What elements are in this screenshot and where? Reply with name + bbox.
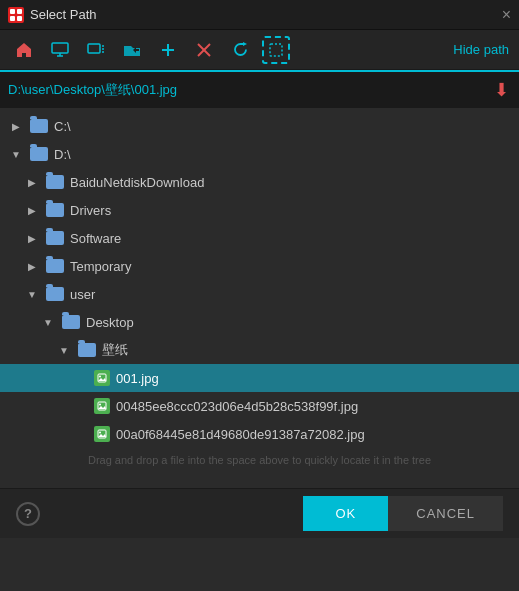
drag-hint: Drag and drop a file into the space abov…	[0, 448, 519, 470]
chevron-icon	[24, 230, 40, 246]
item-label: C:\	[54, 119, 71, 134]
item-label: Desktop	[86, 315, 134, 330]
chevron-icon	[24, 202, 40, 218]
tree-item-d-drive[interactable]: D:\	[0, 140, 519, 168]
path-bar: ⬇	[0, 70, 519, 108]
svg-rect-4	[52, 43, 68, 53]
chevron-icon	[24, 174, 40, 190]
svg-rect-1	[17, 9, 22, 14]
folder-icon	[30, 147, 48, 161]
folder-icon	[30, 119, 48, 133]
item-label: user	[70, 287, 95, 302]
tree-item-c-drive[interactable]: C:\	[0, 112, 519, 140]
chevron-icon	[8, 118, 24, 134]
svg-rect-15	[270, 44, 282, 56]
delete-button[interactable]	[190, 36, 218, 64]
window-title: Select Path	[30, 7, 97, 22]
folder-icon	[78, 343, 96, 357]
tree-item-software[interactable]: Software	[0, 224, 519, 252]
chevron-icon	[72, 426, 88, 442]
svg-rect-2	[10, 16, 15, 21]
cancel-button[interactable]: CANCEL	[388, 496, 503, 531]
title-bar: Select Path ×	[0, 0, 519, 30]
tree-item-file003[interactable]: 00a0f68445e81d49680de91387a72082.jpg	[0, 420, 519, 448]
ok-button[interactable]: OK	[303, 496, 388, 531]
app-icon	[8, 7, 24, 23]
select-region-button[interactable]	[262, 36, 290, 64]
title-bar-left: Select Path	[8, 7, 97, 23]
help-icon: ?	[24, 506, 32, 521]
computer-button[interactable]	[46, 36, 74, 64]
help-button[interactable]: ?	[16, 502, 40, 526]
item-label: 壁纸	[102, 341, 128, 359]
tree-item-baidu[interactable]: BaiduNetdiskDownload	[0, 168, 519, 196]
item-label: 00485ee8ccc023d06e4d5b28c538f99f.jpg	[116, 399, 358, 414]
image-icon	[94, 370, 110, 386]
close-button[interactable]: ×	[502, 7, 511, 23]
path-download-icon[interactable]: ⬇	[494, 79, 509, 101]
image-icon	[94, 426, 110, 442]
chevron-icon	[24, 258, 40, 274]
path-input[interactable]	[8, 83, 486, 98]
refresh-button[interactable]	[226, 36, 254, 64]
footer-buttons: OK CANCEL	[303, 496, 503, 531]
home-button[interactable]	[10, 36, 38, 64]
svg-rect-0	[10, 9, 15, 14]
item-label: Drivers	[70, 203, 111, 218]
tree-item-user[interactable]: user	[0, 280, 519, 308]
desktop-button[interactable]	[82, 36, 110, 64]
item-label: 00a0f68445e81d49680de91387a72082.jpg	[116, 427, 365, 442]
file-tree: C:\D:\BaiduNetdiskDownloadDriversSoftwar…	[0, 108, 519, 488]
chevron-icon	[8, 146, 24, 162]
folder-icon	[62, 315, 80, 329]
svg-point-21	[99, 432, 101, 434]
chevron-icon	[72, 370, 88, 386]
tree-item-file002[interactable]: 00485ee8ccc023d06e4d5b28c538f99f.jpg	[0, 392, 519, 420]
network-button[interactable]	[118, 36, 146, 64]
image-icon	[94, 398, 110, 414]
chevron-icon	[56, 342, 72, 358]
svg-point-19	[99, 404, 101, 406]
svg-rect-7	[88, 44, 100, 53]
chevron-icon	[24, 286, 40, 302]
folder-icon	[46, 175, 64, 189]
item-label: D:\	[54, 147, 71, 162]
tree-item-wallpaper[interactable]: 壁纸	[0, 336, 519, 364]
toolbar: Hide path	[0, 30, 519, 70]
hide-path-button[interactable]: Hide path	[453, 42, 509, 57]
svg-rect-3	[17, 16, 22, 21]
tree-item-file001[interactable]: 001.jpg	[0, 364, 519, 392]
item-label: Temporary	[70, 259, 131, 274]
tree-item-desktop[interactable]: Desktop	[0, 308, 519, 336]
item-label: 001.jpg	[116, 371, 159, 386]
add-button[interactable]	[154, 36, 182, 64]
svg-point-17	[99, 376, 101, 378]
folder-icon	[46, 287, 64, 301]
chevron-icon	[40, 314, 56, 330]
folder-icon	[46, 203, 64, 217]
item-label: Software	[70, 231, 121, 246]
chevron-icon	[72, 398, 88, 414]
tree-item-drivers[interactable]: Drivers	[0, 196, 519, 224]
tree-item-temporary[interactable]: Temporary	[0, 252, 519, 280]
folder-icon	[46, 259, 64, 273]
footer: ? OK CANCEL	[0, 488, 519, 538]
folder-icon	[46, 231, 64, 245]
item-label: BaiduNetdiskDownload	[70, 175, 204, 190]
